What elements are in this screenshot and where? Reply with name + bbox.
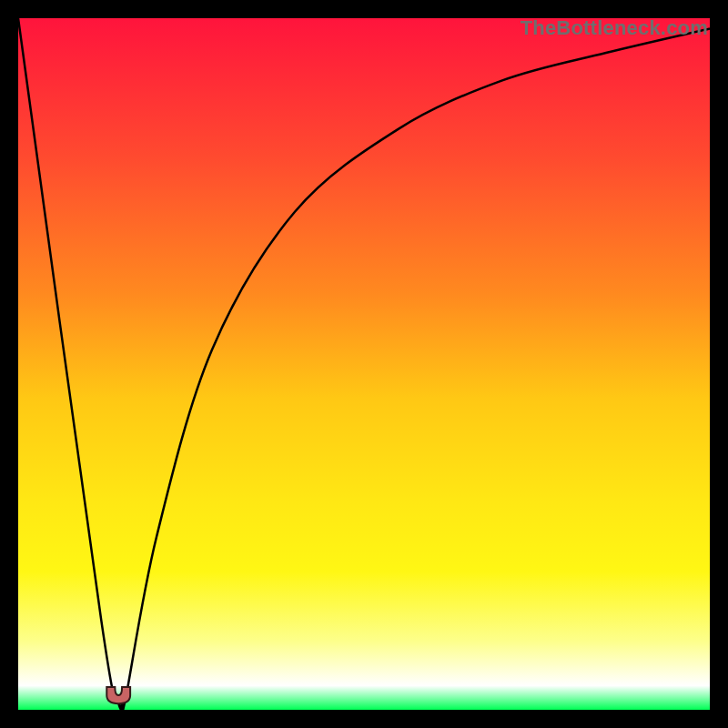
plot-frame: TheBottleneck.com (18, 18, 710, 710)
bottleneck-chart (18, 18, 710, 710)
gradient-background (18, 18, 710, 710)
watermark-text: TheBottleneck.com (521, 16, 708, 40)
